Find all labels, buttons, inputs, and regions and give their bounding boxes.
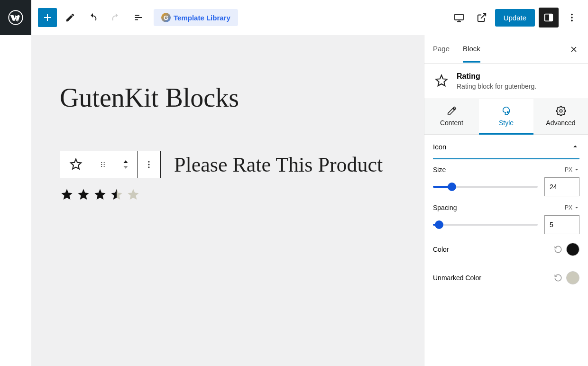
- block-more-button[interactable]: [138, 151, 160, 178]
- svg-rect-3: [549, 14, 552, 21]
- spacing-slider[interactable]: [433, 220, 538, 229]
- unmarked-color-swatch[interactable]: [566, 271, 579, 284]
- size-slider[interactable]: [433, 182, 538, 192]
- plus-icon: [42, 12, 53, 23]
- spacing-unit-selector[interactable]: PX: [565, 204, 579, 211]
- wordpress-logo[interactable]: [0, 0, 31, 35]
- unmarked-color-label: Unmarked Color: [433, 274, 481, 282]
- undo-icon: [88, 12, 98, 23]
- edit-button[interactable]: [61, 8, 80, 27]
- chevron-down-icon: [574, 167, 579, 173]
- subtab-advanced[interactable]: Advanced: [533, 99, 588, 134]
- panel-icon-header[interactable]: Icon: [433, 135, 579, 159]
- spacing-input[interactable]: [544, 215, 579, 234]
- add-block-button[interactable]: [38, 8, 57, 27]
- paint-icon: [501, 106, 512, 116]
- svg-point-5: [571, 17, 573, 18]
- chevron-up-icon: [571, 142, 579, 151]
- document-outline-button[interactable]: [129, 8, 148, 27]
- block-desc: Rating block for gutenberg.: [457, 82, 536, 90]
- svg-point-8: [104, 162, 105, 163]
- dots-vertical-icon: [567, 12, 577, 23]
- external-icon: [477, 12, 487, 23]
- block-type-button[interactable]: [60, 151, 92, 178]
- reset-icon[interactable]: [554, 245, 562, 254]
- chevron-down-icon: [122, 165, 129, 170]
- svg-point-6: [571, 20, 573, 22]
- svg-rect-1: [455, 14, 463, 20]
- star-outline-icon: [434, 74, 449, 88]
- tab-block[interactable]: Block: [463, 36, 480, 63]
- svg-point-17: [560, 110, 562, 112]
- chevron-up-icon: [122, 159, 129, 164]
- update-label: Update: [504, 14, 526, 22]
- spacing-label: Spacing: [433, 204, 457, 211]
- size-unit-selector[interactable]: PX: [565, 166, 579, 173]
- star-icon: [93, 188, 107, 202]
- template-library-button[interactable]: G Template Library: [154, 9, 238, 26]
- close-sidebar-button[interactable]: [568, 44, 579, 55]
- svg-point-12: [104, 166, 105, 167]
- view-desktop-button[interactable]: [450, 8, 469, 27]
- reset-icon[interactable]: [554, 274, 562, 282]
- block-header: Rating Rating block for gutenberg.: [424, 64, 588, 99]
- gutenkit-icon: G: [161, 13, 171, 22]
- view-external-button[interactable]: [472, 8, 491, 27]
- pencil-icon: [65, 12, 75, 23]
- move-up-down[interactable]: [114, 151, 137, 178]
- gear-icon: [556, 106, 566, 116]
- pencil-icon: [447, 106, 457, 116]
- template-library-label: Template Library: [174, 14, 230, 22]
- svg-point-15: [148, 166, 150, 168]
- redo-button[interactable]: [106, 8, 125, 27]
- desktop-icon: [453, 12, 465, 23]
- sidebar-toggle-button[interactable]: [539, 8, 559, 27]
- star-outline-icon: [69, 158, 83, 171]
- drag-icon: [99, 161, 107, 168]
- star-empty-icon: [126, 188, 140, 202]
- svg-point-7: [101, 162, 102, 163]
- chevron-down-icon: [574, 205, 579, 210]
- svg-point-14: [148, 164, 150, 165]
- size-input[interactable]: [544, 177, 579, 196]
- svg-point-11: [101, 166, 102, 167]
- star-icon: [76, 188, 91, 202]
- svg-point-10: [104, 164, 105, 165]
- redo-icon: [110, 12, 121, 23]
- color-label: Color: [433, 246, 449, 253]
- svg-point-4: [571, 14, 573, 16]
- undo-button[interactable]: [83, 8, 102, 27]
- editor-canvas[interactable]: GutenKit Blocks: [31, 35, 424, 366]
- svg-point-13: [148, 161, 150, 163]
- rating-label-text[interactable]: Please Rate This Product: [174, 153, 383, 177]
- editor-topbar: G Template Library Update: [31, 0, 588, 35]
- block-icon: [433, 73, 450, 90]
- svg-point-16: [507, 111, 508, 113]
- rating-stars[interactable]: [60, 188, 395, 202]
- page-title[interactable]: GutenKit Blocks: [60, 82, 395, 113]
- size-label: Size: [433, 166, 446, 174]
- star-half-icon: [110, 188, 124, 202]
- subtab-style[interactable]: Style: [479, 99, 533, 135]
- subtab-content[interactable]: Content: [424, 99, 479, 134]
- block-toolbar: [60, 151, 161, 178]
- outline-icon: [133, 12, 144, 23]
- drag-handle[interactable]: [92, 151, 114, 178]
- color-swatch[interactable]: [566, 243, 579, 256]
- settings-sidebar: Page Block Rating Rating block for guten…: [424, 35, 588, 366]
- update-button[interactable]: Update: [495, 9, 535, 27]
- panel-icon: [543, 12, 554, 23]
- star-icon: [60, 188, 74, 202]
- block-title: Rating: [457, 72, 536, 81]
- tab-page[interactable]: Page: [433, 36, 450, 63]
- more-options-button[interactable]: [562, 8, 581, 27]
- svg-point-9: [101, 164, 102, 165]
- dots-vertical-icon: [144, 160, 154, 169]
- close-icon: [569, 45, 579, 54]
